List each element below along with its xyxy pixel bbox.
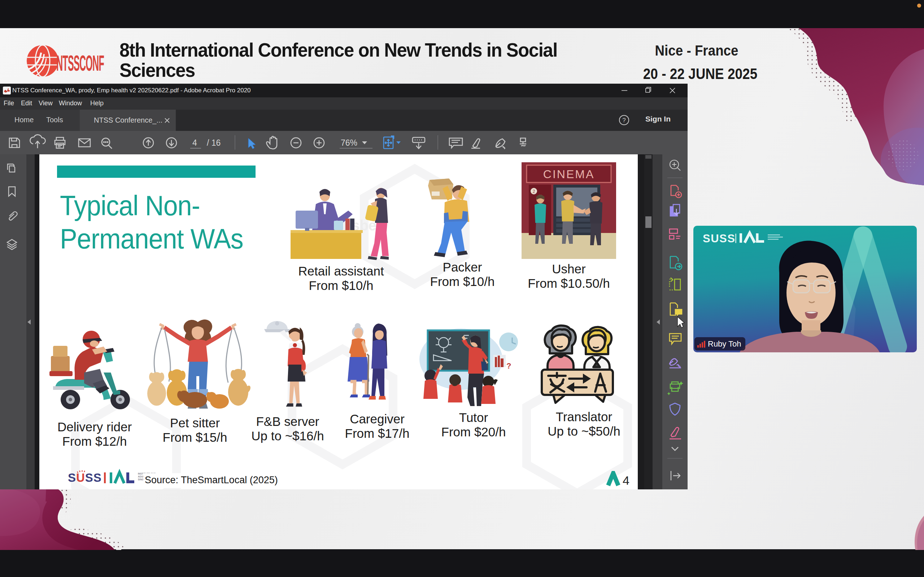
svg-text:SUSS: SUSS	[703, 232, 735, 245]
svg-text:/ 16: / 16	[207, 138, 221, 148]
svg-text:76%: 76%	[341, 138, 357, 148]
svg-text:4: 4	[623, 474, 630, 487]
svg-text:?: ?	[506, 361, 511, 371]
svg-text:NTSSCONF: NTSSCONF	[56, 50, 104, 76]
svg-text:SUSS: SUSS	[68, 471, 102, 484]
svg-text:2: 2	[533, 189, 535, 194]
svg-text:CINEMA: CINEMA	[543, 168, 594, 181]
svg-text:4: 4	[192, 138, 197, 148]
svg-text:?: ?	[622, 117, 625, 124]
